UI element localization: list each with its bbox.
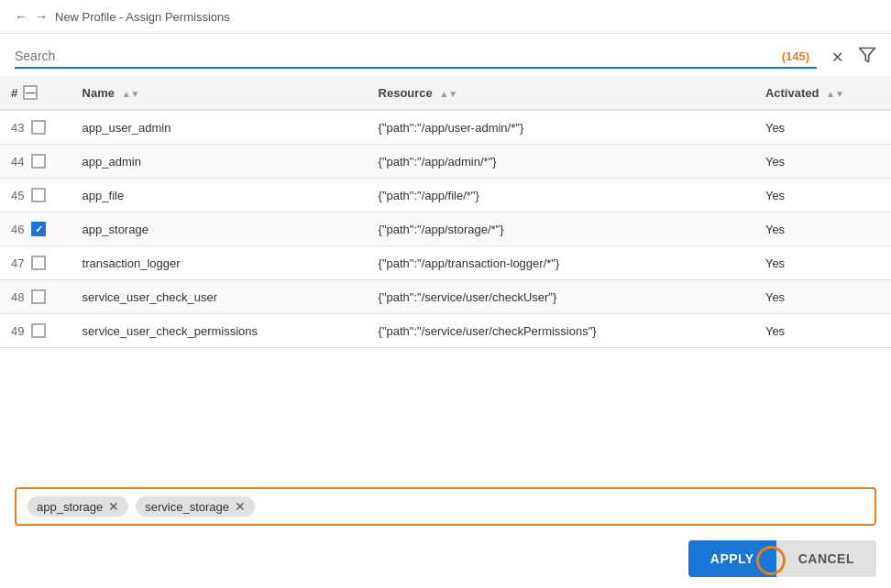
row-activated: Yes bbox=[754, 110, 891, 145]
row-num: 49 bbox=[0, 314, 72, 348]
row-name: app_storage bbox=[72, 212, 368, 246]
filter-icon[interactable] bbox=[858, 46, 876, 69]
row-resource: {"path":"/app/user-admin/*"} bbox=[368, 110, 754, 145]
table-row: 44 app_admin {"path":"/app/admin/*"} Yes bbox=[0, 145, 891, 179]
row-name: app_admin bbox=[72, 145, 368, 179]
row-activated: Yes bbox=[754, 246, 891, 280]
table-row: 48 service_user_check_user {"path":"/ser… bbox=[0, 280, 891, 314]
row-num: 46 bbox=[0, 212, 72, 246]
row-activated: Yes bbox=[754, 145, 891, 179]
row-name: app_user_admin bbox=[72, 110, 368, 145]
row-checkbox[interactable] bbox=[31, 222, 46, 236]
table-row: 49 service_user_check_permissions {"path… bbox=[0, 314, 891, 348]
header-checkbox[interactable] bbox=[23, 85, 38, 100]
row-num: 44 bbox=[0, 145, 72, 179]
row-name: service_user_check_permissions bbox=[72, 314, 368, 348]
row-activated: Yes bbox=[754, 314, 891, 348]
row-num: 45 bbox=[0, 179, 72, 212]
table-row: 43 app_user_admin {"path":"/app/user-adm… bbox=[0, 110, 891, 145]
activated-sort-icon[interactable]: ▲▼ bbox=[826, 89, 844, 99]
col-header-resource[interactable]: Resource ▲▼ bbox=[368, 76, 754, 110]
footer: APPLY CANCEL bbox=[0, 533, 891, 588]
col-header-activated[interactable]: Activated ▲▼ bbox=[754, 76, 891, 110]
row-checkbox[interactable] bbox=[31, 256, 46, 270]
row-resource: {"path":"/app/transaction-logger/*"} bbox=[368, 246, 754, 280]
table-row: 47 transaction_logger {"path":"/app/tran… bbox=[0, 246, 891, 280]
row-resource: {"path":"/service/user/checkUser"} bbox=[368, 280, 754, 314]
row-num: 47 bbox=[0, 246, 72, 280]
apply-button-wrap: APPLY bbox=[688, 540, 776, 577]
table-wrap: # Name ▲▼ Resource ▲▼ Activated ▲▼ bbox=[0, 76, 891, 480]
forward-arrow[interactable]: → bbox=[35, 9, 48, 24]
tag-label: app_storage bbox=[37, 500, 103, 514]
row-checkbox[interactable] bbox=[31, 120, 46, 135]
row-name: app_file bbox=[72, 179, 368, 212]
row-name: service_user_check_user bbox=[72, 280, 368, 314]
name-sort-icon[interactable]: ▲▼ bbox=[122, 89, 140, 99]
search-input[interactable] bbox=[15, 45, 782, 67]
row-num: 43 bbox=[0, 110, 72, 145]
search-count: (145) bbox=[782, 49, 809, 63]
col-header-num: # bbox=[0, 76, 72, 110]
apply-button[interactable]: APPLY bbox=[688, 540, 776, 577]
row-resource: {"path":"/app/admin/*"} bbox=[368, 145, 754, 179]
clear-search-icon[interactable]: ✕ bbox=[831, 49, 843, 66]
row-checkbox[interactable] bbox=[31, 289, 46, 304]
row-activated: Yes bbox=[754, 179, 891, 212]
row-activated: Yes bbox=[754, 212, 891, 246]
row-checkbox[interactable] bbox=[31, 323, 46, 338]
row-checkbox[interactable] bbox=[31, 188, 46, 202]
selected-tags-area: app_storage✕service_storage✕ bbox=[15, 487, 876, 526]
back-arrow[interactable]: ← bbox=[15, 9, 28, 24]
row-resource: {"path":"/service/user/checkPermissions"… bbox=[368, 314, 754, 348]
row-resource: {"path":"/app/file/*"} bbox=[368, 179, 754, 212]
row-name: transaction_logger bbox=[72, 246, 368, 280]
row-activated: Yes bbox=[754, 280, 891, 314]
table-row: 45 app_file {"path":"/app/file/*"} Yes bbox=[0, 179, 891, 212]
resource-sort-icon[interactable]: ▲▼ bbox=[439, 89, 457, 99]
breadcrumb-bar: ← → New Profile - Assign Permissions bbox=[0, 0, 891, 34]
permissions-table: # Name ▲▼ Resource ▲▼ Activated ▲▼ bbox=[0, 76, 891, 348]
cancel-button[interactable]: CANCEL bbox=[776, 540, 876, 577]
tag-remove-icon[interactable]: ✕ bbox=[108, 500, 119, 513]
tag-remove-icon[interactable]: ✕ bbox=[235, 500, 246, 513]
breadcrumb-text: New Profile - Assign Permissions bbox=[55, 10, 230, 24]
tag-label: service_storage bbox=[145, 500, 229, 514]
col-header-name[interactable]: Name ▲▼ bbox=[72, 76, 368, 110]
search-bar: (145) ✕ bbox=[0, 34, 891, 69]
selected-tag: service_storage✕ bbox=[136, 496, 255, 517]
selected-tag: app_storage✕ bbox=[28, 496, 128, 517]
row-checkbox[interactable] bbox=[31, 154, 46, 169]
svg-marker-0 bbox=[860, 48, 875, 61]
table-row: 46 app_storage {"path":"/app/storage/*"}… bbox=[0, 212, 891, 246]
search-input-wrap: (145) bbox=[15, 45, 817, 69]
row-resource: {"path":"/app/storage/*"} bbox=[368, 212, 754, 246]
main-content: (145) ✕ # Name bbox=[0, 34, 891, 588]
row-num: 48 bbox=[0, 280, 72, 314]
